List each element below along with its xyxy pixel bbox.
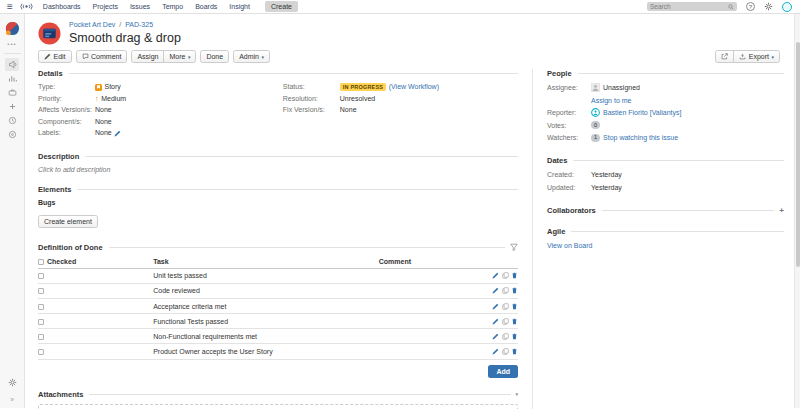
task-cell: Code reviewed bbox=[153, 283, 379, 298]
menu-insight[interactable]: Insight bbox=[229, 3, 250, 10]
edit-row-icon[interactable] bbox=[492, 303, 499, 310]
search-box[interactable] bbox=[647, 2, 737, 11]
people-heading: People bbox=[547, 69, 784, 78]
edit-row-icon[interactable] bbox=[492, 287, 499, 294]
gear-icon[interactable] bbox=[764, 2, 773, 11]
clock-icon[interactable] bbox=[5, 114, 19, 127]
description-heading: Description bbox=[38, 152, 518, 161]
menu-issues[interactable]: Issues bbox=[130, 3, 150, 10]
scrollbar-thumb[interactable] bbox=[796, 42, 800, 267]
votes-badge[interactable]: 0 bbox=[591, 121, 600, 129]
edit-row-icon[interactable] bbox=[492, 348, 499, 355]
copy-row-icon[interactable] bbox=[502, 318, 509, 325]
unassigned-avatar bbox=[591, 83, 600, 92]
details-section: Details Type: Story Priority: ↑Medium bbox=[38, 69, 518, 141]
copy-row-icon[interactable] bbox=[502, 348, 509, 355]
add-task-button[interactable]: Add bbox=[488, 365, 518, 378]
view-workflow-link[interactable]: (View Workflow) bbox=[389, 83, 439, 91]
edit-row-icon[interactable] bbox=[492, 272, 499, 279]
row-checkbox[interactable] bbox=[38, 349, 44, 355]
create-button[interactable]: Create bbox=[265, 1, 298, 12]
attachments-heading: Attachments ▾ bbox=[38, 390, 518, 399]
agile-heading: Agile bbox=[547, 227, 784, 236]
share-icon bbox=[721, 53, 728, 60]
menu-projects[interactable]: Projects bbox=[93, 3, 118, 10]
edit-button[interactable]: Edit bbox=[38, 50, 72, 63]
row-checkbox[interactable] bbox=[38, 334, 44, 340]
menu-boards[interactable]: Boards bbox=[195, 3, 217, 10]
reporter-avatar bbox=[591, 108, 600, 117]
field-watchers: Watchers: 1 Stop watching this issue bbox=[547, 133, 784, 142]
field-reporter: Reporter: Bastien Fiorito [Valiantys] bbox=[547, 108, 784, 117]
assign-to-me-link[interactable]: Assign to me bbox=[591, 97, 631, 104]
reporter-link[interactable]: Bastien Fiorito [Valiantys] bbox=[603, 108, 681, 117]
export-button[interactable]: Export▾ bbox=[733, 50, 780, 63]
sidebar-settings-gear-icon[interactable] bbox=[8, 373, 17, 391]
stop-watching-link[interactable]: Stop watching this issue bbox=[603, 133, 678, 142]
create-element-button[interactable]: Create element bbox=[38, 215, 98, 228]
menu-dashboards[interactable]: Dashboards bbox=[43, 3, 81, 10]
comment-button[interactable]: Comment bbox=[76, 50, 128, 63]
megaphone-icon[interactable] bbox=[5, 58, 19, 71]
row-checkbox[interactable] bbox=[38, 304, 44, 310]
menu-tempo[interactable]: Tempo bbox=[162, 3, 183, 10]
vertical-scrollbar[interactable] bbox=[794, 14, 800, 408]
add-collaborator-icon[interactable]: + bbox=[779, 207, 784, 214]
copy-row-icon[interactable] bbox=[502, 272, 509, 279]
watchers-badge[interactable]: 1 bbox=[591, 134, 600, 142]
help-icon[interactable]: ? bbox=[746, 2, 755, 11]
field-priority: Priority: ↑Medium bbox=[38, 95, 283, 103]
view-on-board-link[interactable]: View on Board bbox=[547, 242, 592, 249]
breadcrumb-project-link[interactable]: Pocket Art Dev bbox=[69, 21, 115, 28]
copy-row-icon[interactable] bbox=[502, 333, 509, 340]
nav-right-controls: ? bbox=[647, 2, 792, 12]
delete-row-icon[interactable] bbox=[511, 318, 518, 325]
details-heading: Details bbox=[38, 69, 518, 78]
sidebar-collapse-icon[interactable]: » bbox=[10, 396, 14, 403]
delete-row-icon[interactable] bbox=[511, 348, 518, 355]
row-checkbox[interactable] bbox=[38, 288, 44, 294]
dates-heading: Dates bbox=[547, 156, 784, 165]
hamburger-menu-icon[interactable]: ≡ bbox=[7, 2, 13, 12]
field-labels: Labels: None bbox=[38, 129, 283, 137]
priority-medium-icon: ↑ bbox=[95, 95, 99, 102]
user-avatar[interactable] bbox=[782, 2, 792, 12]
field-fix-versions: Fix Version/s: None bbox=[283, 106, 518, 114]
field-status: Status: IN PROGRESS (View Workflow) bbox=[283, 83, 518, 91]
delete-row-icon[interactable] bbox=[511, 333, 518, 340]
row-checkbox[interactable] bbox=[38, 319, 44, 325]
search-input[interactable] bbox=[650, 3, 728, 10]
issue-side-column: People Assignee: Unassigned Assign to me… bbox=[532, 69, 784, 409]
elements-section: Elements Bugs Create element bbox=[38, 185, 518, 228]
select-all-checkbox[interactable] bbox=[38, 259, 44, 265]
share-button[interactable] bbox=[715, 50, 734, 63]
filter-icon[interactable] bbox=[510, 243, 518, 251]
description-placeholder[interactable]: Click to add description bbox=[38, 166, 518, 173]
table-row: Unit tests passed bbox=[38, 268, 518, 283]
briefcase-icon[interactable] bbox=[5, 86, 19, 99]
breadcrumb-issue-link[interactable]: PAD-325 bbox=[125, 21, 153, 28]
definition-of-done-section: Definition of Done Checked Task Comment bbox=[38, 243, 518, 378]
assign-button[interactable]: Assign bbox=[131, 50, 164, 63]
project-logo[interactable] bbox=[5, 21, 20, 36]
divider bbox=[573, 160, 784, 161]
edit-row-icon[interactable] bbox=[492, 333, 499, 340]
row-checkbox[interactable] bbox=[38, 273, 44, 279]
app-logo-icon[interactable] bbox=[20, 2, 33, 11]
edit-row-icon[interactable] bbox=[492, 318, 499, 325]
delete-row-icon[interactable] bbox=[511, 272, 518, 279]
edit-labels-icon[interactable] bbox=[114, 130, 121, 137]
admin-button[interactable]: Admin▾ bbox=[233, 50, 270, 63]
add-icon[interactable] bbox=[5, 100, 19, 113]
delete-row-icon[interactable] bbox=[511, 287, 518, 294]
copy-row-icon[interactable] bbox=[502, 287, 509, 294]
attachments-menu-icon[interactable]: ▾ bbox=[515, 391, 518, 397]
delete-row-icon[interactable] bbox=[511, 303, 518, 310]
settings-circle-icon[interactable] bbox=[5, 128, 19, 141]
copy-row-icon[interactable] bbox=[502, 303, 509, 310]
more-button[interactable]: More▾ bbox=[163, 50, 196, 63]
more-projects-icon[interactable]: ••• bbox=[7, 41, 16, 47]
bar-chart-icon[interactable] bbox=[5, 72, 19, 85]
done-button[interactable]: Done bbox=[200, 50, 229, 63]
attachments-dropzone[interactable]: Drop files to attach, or browse. bbox=[38, 404, 518, 409]
